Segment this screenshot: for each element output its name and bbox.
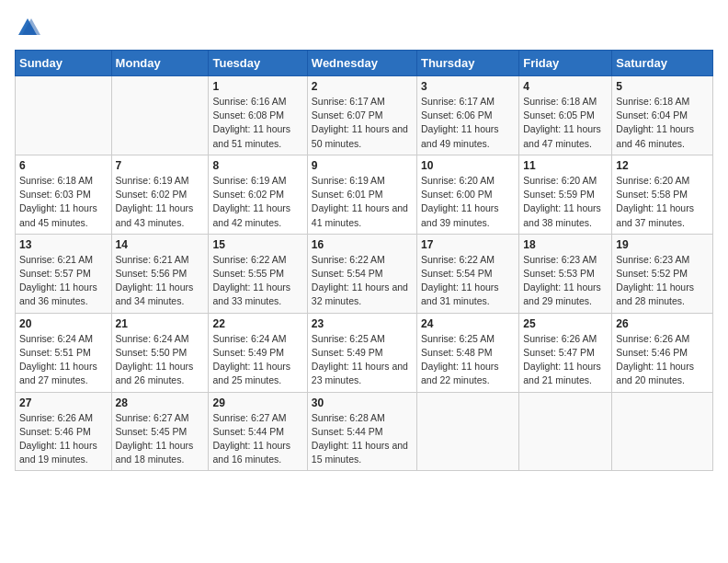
- calendar-cell: 15Sunrise: 6:22 AM Sunset: 5:55 PM Dayli…: [209, 234, 307, 313]
- day-number: 4: [523, 80, 608, 93]
- calendar-cell: 26Sunrise: 6:26 AM Sunset: 5:46 PM Dayli…: [612, 313, 713, 392]
- day-number: 21: [116, 317, 205, 330]
- header-day-friday: Friday: [519, 51, 612, 76]
- day-info: Sunrise: 6:23 AM Sunset: 5:53 PM Dayligh…: [523, 253, 608, 309]
- calendar-cell: 5Sunrise: 6:18 AM Sunset: 6:04 PM Daylig…: [612, 76, 713, 155]
- day-number: 13: [19, 238, 108, 251]
- day-number: 23: [312, 317, 413, 330]
- calendar-cell: 23Sunrise: 6:25 AM Sunset: 5:49 PM Dayli…: [307, 313, 416, 392]
- header-day-sunday: Sunday: [16, 51, 112, 76]
- day-number: 5: [616, 80, 709, 93]
- calendar-cell: 29Sunrise: 6:27 AM Sunset: 5:44 PM Dayli…: [209, 392, 307, 471]
- header-day-thursday: Thursday: [416, 51, 518, 76]
- day-number: 28: [116, 396, 205, 409]
- calendar-cell: [519, 392, 612, 471]
- day-info: Sunrise: 6:28 AM Sunset: 5:44 PM Dayligh…: [312, 411, 413, 467]
- day-info: Sunrise: 6:22 AM Sunset: 5:55 PM Dayligh…: [212, 253, 302, 309]
- calendar-cell: 17Sunrise: 6:22 AM Sunset: 5:54 PM Dayli…: [416, 234, 518, 313]
- day-number: 19: [616, 238, 709, 251]
- calendar-cell: 14Sunrise: 6:21 AM Sunset: 5:56 PM Dayli…: [111, 234, 209, 313]
- calendar-cell: 22Sunrise: 6:24 AM Sunset: 5:49 PM Dayli…: [209, 313, 307, 392]
- day-info: Sunrise: 6:19 AM Sunset: 6:02 PM Dayligh…: [116, 174, 205, 230]
- page-header: [15, 15, 713, 40]
- day-info: Sunrise: 6:20 AM Sunset: 5:59 PM Dayligh…: [523, 174, 608, 230]
- day-number: 3: [421, 80, 515, 93]
- calendar-cell: 19Sunrise: 6:23 AM Sunset: 5:52 PM Dayli…: [612, 234, 713, 313]
- calendar-cell: 20Sunrise: 6:24 AM Sunset: 5:51 PM Dayli…: [16, 313, 112, 392]
- day-info: Sunrise: 6:17 AM Sunset: 6:06 PM Dayligh…: [421, 95, 515, 151]
- day-info: Sunrise: 6:24 AM Sunset: 5:49 PM Dayligh…: [212, 332, 302, 388]
- calendar-week-row: 27Sunrise: 6:26 AM Sunset: 5:46 PM Dayli…: [16, 392, 713, 471]
- calendar-cell: 6Sunrise: 6:18 AM Sunset: 6:03 PM Daylig…: [16, 155, 112, 234]
- day-info: Sunrise: 6:16 AM Sunset: 6:08 PM Dayligh…: [212, 95, 302, 151]
- day-number: 29: [212, 396, 302, 409]
- day-number: 8: [212, 159, 302, 172]
- day-number: 7: [116, 159, 205, 172]
- calendar-cell: 7Sunrise: 6:19 AM Sunset: 6:02 PM Daylig…: [111, 155, 209, 234]
- calendar-cell: 30Sunrise: 6:28 AM Sunset: 5:44 PM Dayli…: [307, 392, 416, 471]
- day-info: Sunrise: 6:17 AM Sunset: 6:07 PM Dayligh…: [312, 95, 413, 151]
- calendar-week-row: 13Sunrise: 6:21 AM Sunset: 5:57 PM Dayli…: [16, 234, 713, 313]
- day-number: 9: [312, 159, 413, 172]
- calendar-cell: 16Sunrise: 6:22 AM Sunset: 5:54 PM Dayli…: [307, 234, 416, 313]
- calendar-cell: 25Sunrise: 6:26 AM Sunset: 5:47 PM Dayli…: [519, 313, 612, 392]
- day-number: 16: [312, 238, 413, 251]
- day-info: Sunrise: 6:27 AM Sunset: 5:44 PM Dayligh…: [212, 411, 302, 467]
- calendar-table: SundayMondayTuesdayWednesdayThursdayFrid…: [15, 50, 713, 471]
- calendar-cell: [111, 76, 209, 155]
- day-number: 1: [212, 80, 302, 93]
- day-number: 24: [421, 317, 515, 330]
- day-number: 22: [212, 317, 302, 330]
- day-info: Sunrise: 6:26 AM Sunset: 5:47 PM Dayligh…: [523, 332, 608, 388]
- day-info: Sunrise: 6:19 AM Sunset: 6:01 PM Dayligh…: [312, 174, 413, 230]
- day-number: 30: [312, 396, 413, 409]
- day-number: 2: [312, 80, 413, 93]
- header-day-wednesday: Wednesday: [307, 51, 416, 76]
- calendar-cell: 18Sunrise: 6:23 AM Sunset: 5:53 PM Dayli…: [519, 234, 612, 313]
- calendar-cell: 1Sunrise: 6:16 AM Sunset: 6:08 PM Daylig…: [209, 76, 307, 155]
- day-info: Sunrise: 6:22 AM Sunset: 5:54 PM Dayligh…: [312, 253, 413, 309]
- day-number: 25: [523, 317, 608, 330]
- day-number: 15: [212, 238, 302, 251]
- day-number: 20: [19, 317, 108, 330]
- day-number: 17: [421, 238, 515, 251]
- day-info: Sunrise: 6:18 AM Sunset: 6:05 PM Dayligh…: [523, 95, 608, 151]
- header-day-monday: Monday: [111, 51, 209, 76]
- day-number: 6: [19, 159, 108, 172]
- day-number: 11: [523, 159, 608, 172]
- calendar-cell: 8Sunrise: 6:19 AM Sunset: 6:02 PM Daylig…: [209, 155, 307, 234]
- day-info: Sunrise: 6:18 AM Sunset: 6:04 PM Dayligh…: [616, 95, 709, 151]
- calendar-cell: 4Sunrise: 6:18 AM Sunset: 6:05 PM Daylig…: [519, 76, 612, 155]
- calendar-cell: 21Sunrise: 6:24 AM Sunset: 5:50 PM Dayli…: [111, 313, 209, 392]
- calendar-cell: 10Sunrise: 6:20 AM Sunset: 6:00 PM Dayli…: [416, 155, 518, 234]
- calendar-cell: [612, 392, 713, 471]
- calendar-cell: 2Sunrise: 6:17 AM Sunset: 6:07 PM Daylig…: [307, 76, 416, 155]
- day-info: Sunrise: 6:23 AM Sunset: 5:52 PM Dayligh…: [616, 253, 709, 309]
- calendar-cell: 28Sunrise: 6:27 AM Sunset: 5:45 PM Dayli…: [111, 392, 209, 471]
- day-info: Sunrise: 6:21 AM Sunset: 5:57 PM Dayligh…: [19, 253, 108, 309]
- header-day-saturday: Saturday: [612, 51, 713, 76]
- calendar-header-row: SundayMondayTuesdayWednesdayThursdayFrid…: [16, 51, 713, 76]
- day-number: 27: [19, 396, 108, 409]
- day-info: Sunrise: 6:19 AM Sunset: 6:02 PM Dayligh…: [212, 174, 302, 230]
- day-info: Sunrise: 6:20 AM Sunset: 5:58 PM Dayligh…: [616, 174, 709, 230]
- calendar-cell: [416, 392, 518, 471]
- day-number: 18: [523, 238, 608, 251]
- logo-icon: [15, 15, 40, 40]
- calendar-week-row: 20Sunrise: 6:24 AM Sunset: 5:51 PM Dayli…: [16, 313, 713, 392]
- day-info: Sunrise: 6:26 AM Sunset: 5:46 PM Dayligh…: [19, 411, 108, 467]
- day-number: 10: [421, 159, 515, 172]
- calendar-cell: 11Sunrise: 6:20 AM Sunset: 5:59 PM Dayli…: [519, 155, 612, 234]
- day-number: 14: [116, 238, 205, 251]
- day-info: Sunrise: 6:24 AM Sunset: 5:50 PM Dayligh…: [116, 332, 205, 388]
- day-number: 12: [616, 159, 709, 172]
- day-info: Sunrise: 6:18 AM Sunset: 6:03 PM Dayligh…: [19, 174, 108, 230]
- calendar-cell: 9Sunrise: 6:19 AM Sunset: 6:01 PM Daylig…: [307, 155, 416, 234]
- day-number: 26: [616, 317, 709, 330]
- calendar-cell: 12Sunrise: 6:20 AM Sunset: 5:58 PM Dayli…: [612, 155, 713, 234]
- day-info: Sunrise: 6:25 AM Sunset: 5:48 PM Dayligh…: [421, 332, 515, 388]
- calendar-cell: 3Sunrise: 6:17 AM Sunset: 6:06 PM Daylig…: [416, 76, 518, 155]
- header-day-tuesday: Tuesday: [209, 51, 307, 76]
- calendar-week-row: 1Sunrise: 6:16 AM Sunset: 6:08 PM Daylig…: [16, 76, 713, 155]
- calendar-cell: 13Sunrise: 6:21 AM Sunset: 5:57 PM Dayli…: [16, 234, 112, 313]
